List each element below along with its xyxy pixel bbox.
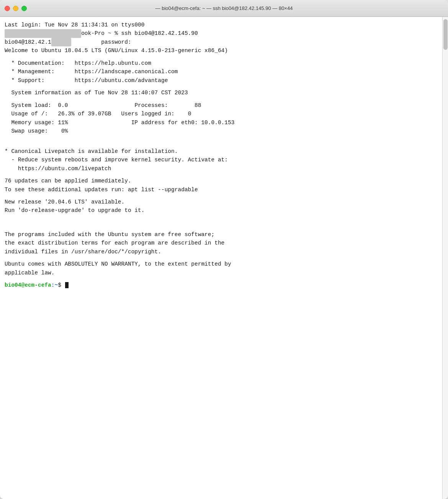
spacer2: [5, 85, 438, 89]
welcome-line: Welcome to Ubuntu 18.04.5 LTS (GNU/Linux…: [5, 46, 438, 55]
mgmt-url: https://landscape.canonical.com: [75, 69, 178, 75]
usage-val: 26.3% of 39.07GB: [58, 111, 111, 117]
sysinfo-text: System information as of Tue Nov 28 11:4…: [11, 90, 188, 96]
mgmt-line: * Management: https://landscape.canonica…: [5, 67, 438, 76]
sysload-label: System load:: [11, 102, 51, 108]
support-url: https://ubuntu.com/advantage: [75, 77, 168, 84]
ip-val: 10.0.0.153: [201, 120, 234, 126]
ssh-command-line: j████████id aqidu█████ook-Pro ~ % ssh bi…: [5, 29, 438, 38]
livepatch-line2: - Reduce system reboots and improve kern…: [5, 156, 438, 164]
support-line: * Support: https://ubuntu.com/advantage: [5, 76, 438, 85]
window-title: — bio04@ecm-cefa: ~ — ssh bio04@182.42.1…: [155, 5, 293, 11]
maximize-button[interactable]: [21, 6, 27, 11]
sysinfo-line: System information as of Tue Nov 28 11:4…: [5, 89, 438, 97]
scrollbar-track[interactable]: [442, 17, 448, 499]
ip-label: IP address for eth0:: [131, 120, 198, 126]
spacer7: [5, 215, 438, 223]
warranty-line2: applicable law.: [5, 269, 438, 277]
password-prompt-text: bio04@182.42.1██████ password:: [5, 39, 131, 45]
minimize-button[interactable]: [13, 6, 18, 11]
sysload-val: 0.0: [58, 102, 68, 108]
users-label: Users logged in:: [121, 111, 175, 117]
spacer9: [5, 277, 438, 281]
spacer8: [5, 256, 438, 260]
prompt-line: bio04@ecm-cefa:~$: [5, 281, 438, 289]
swap-line: Swap usage: 0%: [5, 127, 438, 135]
spacer1: [5, 55, 438, 59]
livepatch-url: https://ubuntu.com/livepatch: [5, 164, 438, 173]
blurred-user: j████████id aqidu█████: [5, 29, 81, 38]
traffic-lights: [5, 6, 27, 11]
release-line1: New release '20.04.6 LTS' available.: [5, 198, 438, 206]
memory-line: Memory usage: 11% IP address for eth0: 1…: [5, 118, 438, 127]
spacer7b: [5, 223, 438, 230]
swap-label: Swap usage:: [11, 128, 48, 134]
doc-label: * Documentation:: [11, 60, 64, 66]
programs-line1: The programs included with the Ubuntu sy…: [5, 230, 438, 239]
password-line: bio04@182.42.1██████ password:: [5, 38, 438, 46]
scrollbar-thumb[interactable]: [443, 19, 448, 50]
memory-val: 11%: [58, 120, 68, 126]
spacer6: [5, 194, 438, 198]
programs-line2: the exact distribution terms for each pr…: [5, 239, 438, 247]
mgmt-label: * Management:: [11, 69, 54, 75]
blurred-ip: ██████: [51, 38, 71, 46]
terminal-cursor: [65, 282, 69, 288]
spacer5: [5, 173, 438, 177]
updates-line1: 76 updates can be applied immediately.: [5, 177, 438, 185]
prompt-user: bio04@ecm-cefa: [5, 282, 51, 288]
titlebar: — bio04@ecm-cefa: ~ — ssh bio04@182.42.1…: [0, 0, 448, 17]
processes-val: 88: [195, 102, 201, 108]
users-val: 0: [188, 111, 191, 117]
prompt-dollar: $: [58, 282, 64, 288]
spacer4b: [5, 143, 438, 147]
memory-label: Memory usage:: [11, 120, 54, 126]
terminal-content[interactable]: Last login: Tue Nov 28 11:34:31 on ttys0…: [0, 17, 442, 499]
usage-label: Usage of /:: [11, 111, 48, 117]
processes-label: Processes:: [134, 102, 168, 108]
terminal-area: Last login: Tue Nov 28 11:34:31 on ttys0…: [0, 17, 448, 499]
spacer4: [5, 136, 438, 143]
terminal-window: — bio04@ecm-cefa: ~ — ssh bio04@182.42.1…: [0, 0, 448, 499]
warranty-line1: Ubuntu comes with ABSOLUTELY NO WARRANTY…: [5, 260, 438, 268]
last-login-line: Last login: Tue Nov 28 11:34:31 on ttys0…: [5, 21, 438, 29]
spacer3: [5, 97, 438, 101]
close-button[interactable]: [5, 6, 10, 11]
ssh-command-text: ook-Pro ~ % ssh bio04@182.42.145.90: [81, 30, 198, 36]
updates-line2: To see these additional updates run: apt…: [5, 185, 438, 194]
doc-line: * Documentation: https://help.ubuntu.com: [5, 59, 438, 67]
programs-line3: individual files in /usr/share/doc/*/cop…: [5, 248, 438, 256]
release-line2: Run 'do-release-upgrade' to upgrade to i…: [5, 206, 438, 215]
swap-val: 0%: [61, 128, 68, 134]
prompt-path: :~: [51, 282, 58, 288]
usage-line: Usage of /: 26.3% of 39.07GB Users logge…: [5, 110, 438, 118]
support-label: * Support:: [11, 77, 44, 84]
doc-url: https://help.ubuntu.com: [75, 60, 151, 66]
sysload-line: System load: 0.0 Processes: 88: [5, 101, 438, 110]
livepatch-line1: * Canonical Livepatch is available for i…: [5, 147, 438, 156]
